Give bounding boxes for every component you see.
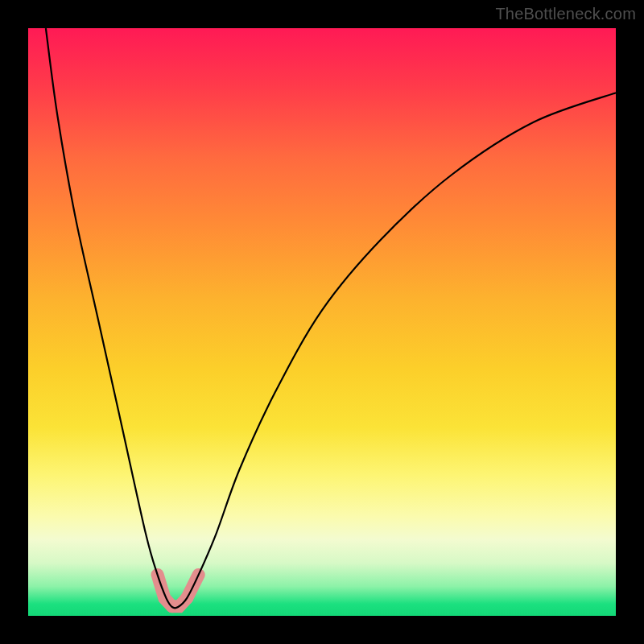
curve-layer (28, 28, 616, 616)
watermark-text: TheBottleneck.com (495, 5, 636, 23)
plot-area (28, 28, 616, 616)
bottleneck-curve (46, 28, 616, 608)
chart-frame: TheBottleneck.com (0, 0, 644, 644)
